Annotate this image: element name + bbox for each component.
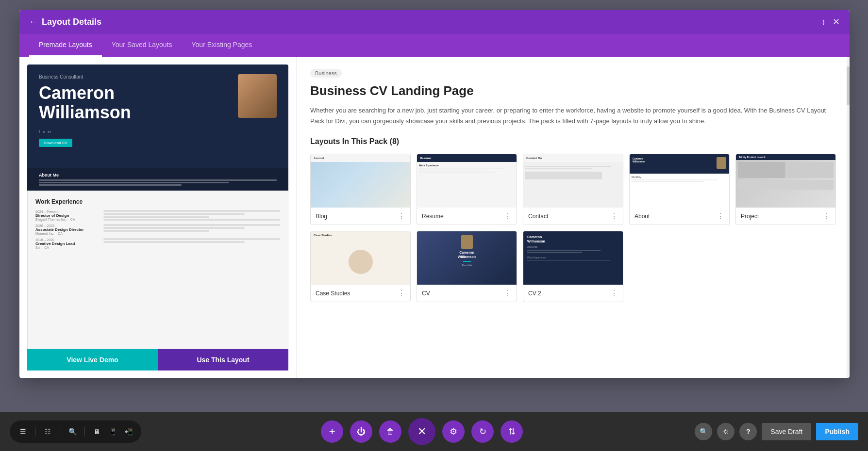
settings-icon[interactable]: ↕: [821, 17, 826, 27]
preview-bottom: Work Experience 2024 – Present Director …: [27, 191, 288, 349]
toolbar-settings-circle-icon[interactable]: ⛭: [717, 423, 734, 440]
view-live-demo-button[interactable]: View Live Demo: [27, 349, 158, 370]
toolbar-undo-button[interactable]: ↻: [471, 420, 494, 443]
line-5: [103, 224, 280, 226]
thumb-image-contact: Contact Me: [523, 154, 623, 208]
thumb-image-resume: Resume Work Experience: [417, 154, 517, 208]
cv-menu-icon[interactable]: ⋮: [504, 289, 512, 298]
work-section-title: Work Experience: [35, 198, 280, 205]
toolbar-mobile-icon[interactable]: 📲: [122, 425, 134, 438]
toolbar-power-button[interactable]: ⏻: [350, 420, 372, 443]
line-6: [103, 227, 245, 229]
preview-panel: Business Consultant CameronWilliamson fx…: [19, 57, 296, 378]
thumb-project[interactable]: Trinity Product Launch Project: [735, 154, 836, 225]
job-title-2: Associate Design Director: [35, 227, 99, 232]
thumb-footer-cv: CV ⋮: [417, 285, 517, 302]
work-right-1: [103, 210, 280, 221]
toolbar-divider-1: [35, 427, 35, 436]
preview-avatar: [238, 74, 277, 118]
line-4: [103, 219, 280, 221]
toolbar-divider-2: [60, 427, 60, 436]
contact-menu-icon[interactable]: ⋮: [610, 211, 618, 221]
preview-name: CameronWilliamson: [39, 83, 131, 122]
toolbar-grid-icon[interactable]: ☷: [41, 425, 54, 438]
thumb-footer-case-studies: Case Studies ⋮: [311, 285, 410, 302]
work-row-1: 2024 – Present Director of Design Elegan…: [35, 210, 280, 221]
thumb-contact[interactable]: Contact Me Contact ⋮: [523, 154, 623, 225]
year-2: 2020 – 2023: [35, 224, 99, 227]
toolbar-trash-button[interactable]: 🗑: [379, 420, 401, 443]
thumb-image-cv2: CameronWilliamson About Me Work Experien…: [523, 231, 623, 285]
about-preview: CameronWilliamson My Story: [630, 154, 729, 208]
company-1: Elegant Themes Inc. – CA: [35, 218, 99, 221]
modal-title: Layout Details: [42, 17, 101, 27]
preview-top: Business Consultant CameronWilliamson fx…: [27, 64, 288, 191]
preview-actions: View Live Demo Use This Layout: [27, 349, 288, 370]
header-left: ← Layout Details: [29, 17, 101, 27]
desc-lines-2: [103, 224, 280, 232]
preview-download-btn: Download CV: [39, 139, 72, 147]
line-8: [103, 238, 280, 240]
thumb-image-blog: Journal: [311, 154, 410, 208]
toolbar-center-group: + ⏻ 🗑 ✕ ⚙ ↻ ⇅: [149, 418, 695, 445]
toolbar-help-circle-icon[interactable]: ?: [739, 423, 757, 440]
thumb-cv[interactable]: CameronWilliamson About Me CV ⋮: [417, 231, 517, 302]
cv-preview: CameronWilliamson About Me: [417, 231, 517, 285]
case-studies-header: Case Studies: [311, 231, 410, 239]
toolbar-desktop-icon[interactable]: 🖥: [91, 425, 103, 438]
cv2-preview: CameronWilliamson About Me Work Experien…: [523, 231, 623, 285]
back-icon[interactable]: ←: [29, 17, 37, 26]
work-left-1: 2024 – Present Director of Design Elegan…: [35, 210, 99, 221]
toolbar-close-button[interactable]: ✕: [408, 418, 435, 445]
toolbar-divider-3: [84, 427, 85, 436]
desc-lines-3: [103, 238, 280, 243]
tab-saved-layouts[interactable]: Your Saved Layouts: [102, 34, 182, 57]
resume-preview: Resume Work Experience: [417, 154, 517, 208]
toolbar-left-group: ☰ ☷ 🔍 🖥 📱 📲: [10, 420, 141, 443]
toolbar-add-button[interactable]: +: [321, 420, 343, 443]
use-this-layout-button[interactable]: Use This Layout: [158, 349, 288, 370]
case-studies-menu-icon[interactable]: ⋮: [398, 289, 405, 298]
about-section-hint: About Me: [27, 168, 288, 191]
work-right-2: [103, 224, 280, 235]
resume-menu-icon[interactable]: ⋮: [504, 211, 512, 221]
scrollbar-track: [847, 57, 850, 378]
tab-existing-pages[interactable]: Your Existing Pages: [182, 34, 262, 57]
toolbar-search-icon[interactable]: 🔍: [66, 425, 79, 438]
year-1: 2024 – Present: [35, 210, 99, 213]
company-3: Stir – CA: [35, 246, 99, 249]
tab-premade-layouts[interactable]: Premade Layouts: [29, 34, 102, 57]
work-right-3: [103, 238, 280, 249]
job-title-3: Creative Design Lead: [35, 242, 99, 246]
scrollbar-thumb[interactable]: [847, 66, 850, 105]
thumb-footer-about: About ⋮: [630, 208, 729, 225]
thumb-footer-blog: Blog ⋮: [311, 208, 410, 225]
bottom-toolbar: ☰ ☷ 🔍 🖥 📱 📲 + ⏻ 🗑 ✕ ⚙ ↻ ⇅ 🔍 ⛭ ? Save Dra…: [0, 412, 868, 451]
thumb-blog[interactable]: Journal Blog ⋮: [310, 154, 411, 225]
save-draft-button[interactable]: Save Draft: [762, 423, 811, 440]
company-2: Moment Inc. – CA: [35, 232, 99, 235]
about-menu-icon[interactable]: ⋮: [717, 211, 724, 221]
thumb-resume[interactable]: Resume Work Experience Resume: [417, 154, 517, 225]
thumb-label-project: Project: [741, 213, 759, 220]
thumb-cv2[interactable]: CameronWilliamson About Me Work Experien…: [523, 231, 623, 302]
cv2-menu-icon[interactable]: ⋮: [610, 289, 618, 298]
layout-details-modal: ← Layout Details ↕ ✕ Premade Layouts You…: [19, 10, 850, 378]
work-row-3: 2018 – 2020 Creative Design Lead Stir – …: [35, 238, 280, 249]
toolbar-tablet-icon[interactable]: 📱: [106, 425, 119, 438]
toolbar-search-circle-icon[interactable]: 🔍: [695, 423, 712, 440]
thumb-footer-cv2: CV 2 ⋮: [523, 285, 623, 302]
publish-button[interactable]: Publish: [816, 423, 858, 440]
toolbar-gear-button[interactable]: ⚙: [442, 420, 465, 443]
thumb-label-contact: Contact: [528, 213, 548, 220]
job-title-1: Director of Design: [35, 213, 99, 218]
blog-menu-icon[interactable]: ⋮: [398, 211, 405, 221]
work-left-2: 2020 – 2023 Associate Design Director Mo…: [35, 224, 99, 235]
thumb-about[interactable]: CameronWilliamson My Story: [629, 154, 730, 225]
thumb-case-studies[interactable]: Case Studies Case Studies ⋮: [310, 231, 411, 302]
project-menu-icon[interactable]: ⋮: [823, 211, 831, 221]
blog-preview: Journal: [311, 154, 410, 208]
toolbar-sync-button[interactable]: ⇅: [501, 420, 523, 443]
close-icon[interactable]: ✕: [833, 16, 840, 27]
toolbar-menu-icon[interactable]: ☰: [17, 425, 29, 438]
